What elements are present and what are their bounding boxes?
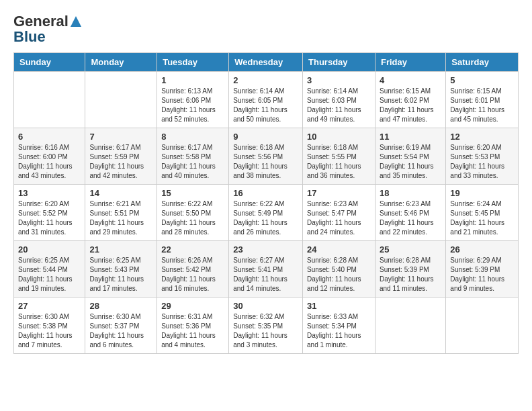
day-info: Sunrise: 6:20 AMSunset: 5:52 PMDaylight:… [18, 199, 81, 237]
calendar-week-row: 6Sunrise: 6:16 AMSunset: 6:00 PMDaylight… [14, 128, 519, 185]
day-number: 10 [307, 132, 371, 142]
day-number: 26 [450, 244, 514, 255]
calendar-day-cell: 21Sunrise: 6:25 AMSunset: 5:43 PMDayligh… [85, 241, 157, 298]
day-number: 24 [307, 244, 371, 255]
calendar-week-row: 20Sunrise: 6:25 AMSunset: 5:44 PMDayligh… [14, 241, 519, 298]
calendar-day-cell [375, 298, 445, 354]
day-info: Sunrise: 6:16 AMSunset: 6:00 PMDaylight:… [18, 143, 81, 181]
day-info: Sunrise: 6:21 AMSunset: 5:51 PMDaylight:… [89, 199, 152, 237]
calendar-day-cell: 5Sunrise: 6:15 AMSunset: 6:01 PMDaylight… [446, 72, 519, 128]
day-number: 14 [89, 188, 152, 198]
calendar-day-cell: 26Sunrise: 6:29 AMSunset: 5:39 PMDayligh… [446, 241, 519, 298]
calendar-day-cell: 14Sunrise: 6:21 AMSunset: 5:51 PMDayligh… [85, 185, 157, 241]
calendar-day-cell: 28Sunrise: 6:30 AMSunset: 5:37 PMDayligh… [85, 298, 157, 354]
day-info: Sunrise: 6:22 AMSunset: 5:50 PMDaylight:… [161, 199, 224, 237]
calendar-day-cell: 16Sunrise: 6:22 AMSunset: 5:49 PMDayligh… [229, 185, 303, 241]
day-info: Sunrise: 6:25 AMSunset: 5:43 PMDaylight:… [89, 256, 152, 293]
calendar-day-cell: 6Sunrise: 6:16 AMSunset: 6:00 PMDaylight… [14, 128, 85, 185]
day-number: 17 [307, 188, 371, 198]
day-number: 7 [89, 132, 152, 142]
calendar-week-row: 1Sunrise: 6:13 AMSunset: 6:06 PMDaylight… [14, 72, 519, 128]
day-number: 21 [89, 244, 152, 255]
day-info: Sunrise: 6:18 AMSunset: 5:55 PMDaylight:… [307, 143, 371, 181]
day-info: Sunrise: 6:30 AMSunset: 5:37 PMDaylight:… [89, 312, 152, 350]
calendar-day-cell: 31Sunrise: 6:33 AMSunset: 5:34 PMDayligh… [303, 298, 375, 354]
calendar-day-cell: 3Sunrise: 6:14 AMSunset: 6:03 PMDaylight… [303, 72, 375, 128]
day-number: 27 [18, 301, 81, 311]
logo: General Blue [13, 13, 82, 46]
day-number: 30 [233, 301, 298, 311]
calendar-day-header: Saturday [446, 53, 519, 72]
day-info: Sunrise: 6:27 AMSunset: 5:41 PMDaylight:… [233, 256, 298, 293]
day-info: Sunrise: 6:20 AMSunset: 5:53 PMDaylight:… [450, 143, 514, 181]
day-info: Sunrise: 6:28 AMSunset: 5:39 PMDaylight:… [380, 256, 441, 293]
calendar-day-cell: 30Sunrise: 6:32 AMSunset: 5:35 PMDayligh… [229, 298, 303, 354]
page-header: General Blue [13, 13, 519, 46]
day-info: Sunrise: 6:13 AMSunset: 6:06 PMDaylight:… [161, 87, 224, 124]
calendar-day-cell [14, 72, 85, 128]
day-number: 1 [161, 75, 224, 85]
day-number: 11 [380, 132, 441, 142]
calendar-day-cell: 7Sunrise: 6:17 AMSunset: 5:59 PMDaylight… [85, 128, 157, 185]
calendar-day-cell: 11Sunrise: 6:19 AMSunset: 5:54 PMDayligh… [375, 128, 445, 185]
day-number: 6 [18, 132, 81, 142]
day-info: Sunrise: 6:19 AMSunset: 5:54 PMDaylight:… [380, 143, 441, 181]
logo-triangle [70, 15, 82, 28]
day-number: 3 [307, 75, 371, 85]
calendar-day-cell: 10Sunrise: 6:18 AMSunset: 5:55 PMDayligh… [303, 128, 375, 185]
day-info: Sunrise: 6:31 AMSunset: 5:36 PMDaylight:… [161, 312, 224, 350]
day-info: Sunrise: 6:26 AMSunset: 5:42 PMDaylight:… [161, 256, 224, 293]
day-info: Sunrise: 6:14 AMSunset: 6:03 PMDaylight:… [307, 87, 371, 124]
day-info: Sunrise: 6:30 AMSunset: 5:38 PMDaylight:… [18, 312, 81, 350]
day-number: 12 [450, 132, 514, 142]
day-number: 9 [233, 132, 298, 142]
calendar-week-row: 27Sunrise: 6:30 AMSunset: 5:38 PMDayligh… [14, 298, 519, 354]
calendar-day-cell: 17Sunrise: 6:23 AMSunset: 5:47 PMDayligh… [303, 185, 375, 241]
calendar-day-cell: 27Sunrise: 6:30 AMSunset: 5:38 PMDayligh… [14, 298, 85, 354]
calendar-day-header: Thursday [303, 53, 375, 72]
day-number: 23 [233, 244, 298, 255]
day-number: 13 [18, 188, 81, 198]
day-number: 20 [18, 244, 81, 255]
calendar-day-header: Tuesday [157, 53, 229, 72]
calendar-day-cell: 22Sunrise: 6:26 AMSunset: 5:42 PMDayligh… [157, 241, 229, 298]
day-number: 4 [380, 75, 441, 85]
calendar-day-header: Friday [375, 53, 445, 72]
calendar-day-cell: 20Sunrise: 6:25 AMSunset: 5:44 PMDayligh… [14, 241, 85, 298]
day-number: 18 [380, 188, 441, 198]
calendar-table: SundayMondayTuesdayWednesdayThursdayFrid… [13, 52, 519, 354]
day-number: 16 [233, 188, 298, 198]
calendar-day-cell: 4Sunrise: 6:15 AMSunset: 6:02 PMDaylight… [375, 72, 445, 128]
calendar-day-cell: 29Sunrise: 6:31 AMSunset: 5:36 PMDayligh… [157, 298, 229, 354]
day-info: Sunrise: 6:17 AMSunset: 5:59 PMDaylight:… [89, 143, 152, 181]
calendar-day-cell: 12Sunrise: 6:20 AMSunset: 5:53 PMDayligh… [446, 128, 519, 185]
day-number: 5 [450, 75, 514, 85]
day-info: Sunrise: 6:29 AMSunset: 5:39 PMDaylight:… [450, 256, 514, 293]
day-number: 8 [161, 132, 224, 142]
day-info: Sunrise: 6:23 AMSunset: 5:46 PMDaylight:… [380, 199, 441, 237]
day-info: Sunrise: 6:23 AMSunset: 5:47 PMDaylight:… [307, 199, 371, 237]
logo-blue-word: Blue [13, 28, 46, 46]
calendar-day-cell: 23Sunrise: 6:27 AMSunset: 5:41 PMDayligh… [229, 241, 303, 298]
day-number: 31 [307, 301, 371, 311]
calendar-day-cell [85, 72, 157, 128]
calendar-day-header: Wednesday [229, 53, 303, 72]
day-info: Sunrise: 6:25 AMSunset: 5:44 PMDaylight:… [18, 256, 81, 293]
calendar-day-header: Monday [85, 53, 157, 72]
calendar-day-cell: 8Sunrise: 6:17 AMSunset: 5:58 PMDaylight… [157, 128, 229, 185]
calendar-day-cell [446, 298, 519, 354]
calendar-day-cell: 15Sunrise: 6:22 AMSunset: 5:50 PMDayligh… [157, 185, 229, 241]
logo-general-word: General [13, 13, 69, 30]
day-number: 22 [161, 244, 224, 255]
day-number: 25 [380, 244, 441, 255]
day-info: Sunrise: 6:32 AMSunset: 5:35 PMDaylight:… [233, 312, 298, 350]
day-info: Sunrise: 6:28 AMSunset: 5:40 PMDaylight:… [307, 256, 371, 293]
day-number: 19 [450, 188, 514, 198]
day-number: 2 [233, 75, 298, 85]
day-info: Sunrise: 6:15 AMSunset: 6:02 PMDaylight:… [380, 87, 441, 124]
svg-marker-0 [71, 16, 81, 27]
day-info: Sunrise: 6:33 AMSunset: 5:34 PMDaylight:… [307, 312, 371, 350]
calendar-day-cell: 24Sunrise: 6:28 AMSunset: 5:40 PMDayligh… [303, 241, 375, 298]
day-number: 15 [161, 188, 224, 198]
day-info: Sunrise: 6:14 AMSunset: 6:05 PMDaylight:… [233, 87, 298, 124]
